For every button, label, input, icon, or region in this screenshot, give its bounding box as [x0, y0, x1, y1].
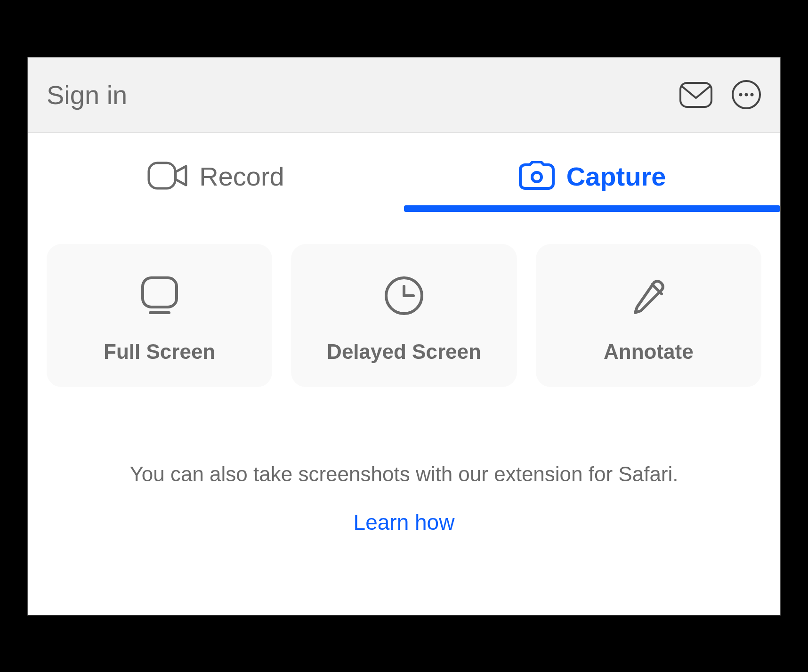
annotate-label: Annotate — [604, 340, 694, 364]
video-icon — [147, 162, 188, 192]
annotate-card[interactable]: Annotate — [536, 244, 761, 387]
titlebar-actions — [679, 80, 761, 110]
svg-rect-0 — [680, 83, 711, 107]
app-window: Sign in — [27, 57, 781, 615]
clock-icon — [380, 272, 428, 321]
monitor-icon — [136, 272, 183, 321]
titlebar: Sign in — [28, 57, 780, 133]
svg-point-2 — [739, 93, 743, 97]
svg-point-4 — [751, 93, 754, 97]
mail-icon[interactable] — [679, 82, 712, 108]
svg-line-10 — [652, 284, 662, 294]
camera-icon — [518, 161, 555, 192]
full-screen-label: Full Screen — [104, 340, 215, 364]
svg-rect-5 — [149, 163, 175, 188]
more-icon[interactable] — [731, 80, 761, 110]
tab-record-label: Record — [199, 161, 284, 192]
delayed-screen-card[interactable]: Delayed Screen — [291, 244, 517, 387]
tab-capture[interactable]: Capture — [404, 161, 780, 211]
svg-rect-7 — [143, 278, 177, 307]
delayed-screen-label: Delayed Screen — [327, 340, 481, 364]
footer: You can also take screenshots with our e… — [28, 397, 780, 615]
sign-in-button[interactable]: Sign in — [47, 80, 127, 110]
tabs: Record Capture — [28, 133, 780, 211]
extension-message: You can also take screenshots with our e… — [47, 462, 761, 486]
tab-record[interactable]: Record — [28, 161, 404, 211]
svg-point-6 — [532, 172, 541, 182]
learn-how-link[interactable]: Learn how — [47, 510, 761, 535]
capture-options: Full Screen Delayed Screen Annotate — [28, 211, 780, 397]
full-screen-card[interactable]: Full Screen — [47, 244, 272, 387]
tab-capture-label: Capture — [566, 161, 666, 192]
pencil-icon — [625, 272, 672, 321]
svg-point-3 — [745, 93, 748, 97]
